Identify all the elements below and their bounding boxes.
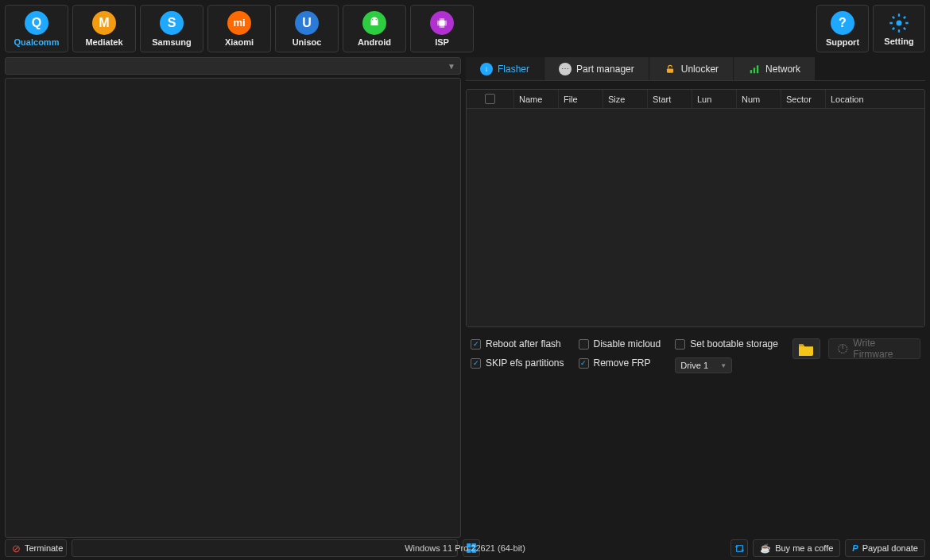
reboot-after-flash-checkbox[interactable]: Reboot after flash: [471, 338, 564, 350]
col-start[interactable]: Start: [648, 90, 692, 108]
checkbox-icon: [579, 358, 589, 369]
drive-select[interactable]: Drive 1 ▼: [675, 357, 732, 373]
table-body: [467, 109, 924, 326]
remove-frp-checkbox[interactable]: Remove FRP: [579, 357, 661, 369]
qualcomm-icon: Q: [25, 11, 48, 35]
right-tabs: ↓ Flasher ⋯ Part manager Unlocker: [466, 57, 925, 81]
unisoc-icon: U: [295, 11, 319, 35]
header-checkbox-col: [467, 90, 514, 108]
set-bootable-checkbox[interactable]: Set bootable storage: [675, 338, 778, 350]
device-select-dropdown[interactable]: ▼: [5, 57, 461, 75]
col-size[interactable]: Size: [603, 90, 648, 108]
brand-label: Android: [358, 37, 391, 47]
brand-qualcomm[interactable]: Q Qualcomm: [5, 5, 68, 52]
power-icon: [837, 342, 849, 355]
tab-network[interactable]: Network: [734, 57, 816, 80]
table-header: Name File Size Start Lun Num Sector Loca…: [467, 90, 924, 109]
terminate-label: Terminate: [25, 543, 63, 553]
coffee-icon: ☕: [760, 543, 771, 554]
svg-rect-17: [750, 70, 752, 73]
android-icon: [362, 11, 386, 35]
buy-coffee-button[interactable]: ☕ Buy me a coffe: [753, 539, 840, 557]
svg-point-0: [372, 18, 374, 20]
coffee-label: Buy me a coffe: [775, 543, 833, 553]
help-icon: ?: [831, 11, 854, 35]
brand-samsung[interactable]: S Samsung: [140, 5, 203, 52]
checkbox-icon: [579, 339, 589, 350]
flash-options: Reboot after flash SKIP efs partitions D…: [466, 330, 925, 375]
svg-rect-22: [467, 543, 471, 547]
svg-point-15: [897, 20, 902, 25]
unlock-icon: [664, 63, 676, 75]
browse-firmware-button[interactable]: [792, 338, 820, 359]
signal-icon: [748, 63, 761, 75]
svg-rect-24: [467, 549, 471, 553]
tab-unlocker[interactable]: Unlocker: [649, 57, 734, 80]
col-lun[interactable]: Lun: [692, 90, 737, 108]
mediatek-icon: M: [92, 11, 116, 35]
util-label: Support: [826, 37, 859, 47]
tab-label: Unlocker: [681, 64, 719, 75]
brand-unisoc[interactable]: U Unisoc: [275, 5, 339, 52]
status-bar: ⊘ Terminate Windows 11 Pro 22621 (64-bit…: [0, 539, 930, 560]
col-num[interactable]: Num: [737, 90, 781, 108]
gear-icon: [888, 12, 910, 34]
partition-table: Name File Size Start Lun Num Sector Loca…: [466, 89, 925, 327]
paypal-icon: P: [852, 543, 858, 553]
tab-label: Network: [765, 64, 800, 75]
write-firmware-button: Write Firmware: [828, 338, 920, 359]
brand-xiaomi[interactable]: mi Xiaomi: [207, 5, 271, 52]
option-label: Remove FRP: [594, 357, 651, 369]
option-label: SKIP efs partitions: [486, 357, 564, 369]
crop-icon: [734, 543, 745, 554]
svg-rect-25: [472, 549, 476, 553]
brand-mediatek[interactable]: M Mediatek: [72, 5, 136, 52]
xiaomi-icon: mi: [227, 11, 251, 35]
status-input[interactable]: [72, 539, 458, 557]
screenshot-button[interactable]: [730, 539, 748, 557]
drive-value: Drive 1: [680, 361, 708, 370]
dots-icon: ⋯: [559, 63, 572, 75]
col-sector[interactable]: Sector: [781, 90, 826, 108]
brand-label: ISP: [435, 37, 449, 47]
disable-micloud-checkbox[interactable]: Disable micloud: [579, 338, 661, 350]
tab-part-manager[interactable]: ⋯ Part manager: [544, 57, 649, 80]
brand-label: Samsung: [152, 37, 192, 47]
svg-rect-2: [439, 20, 445, 26]
svg-rect-16: [667, 68, 673, 72]
checkbox-icon: [471, 358, 481, 369]
terminate-button[interactable]: ⊘ Terminate: [5, 539, 67, 557]
svg-point-1: [376, 18, 378, 20]
option-label: Disable micloud: [594, 338, 661, 350]
log-panel: [5, 78, 461, 538]
folder-icon: [797, 342, 815, 356]
col-name[interactable]: Name: [514, 90, 559, 108]
paypal-donate-button[interactable]: P Paypal donate: [845, 539, 925, 557]
samsung-icon: S: [160, 11, 184, 35]
windows-icon: [466, 543, 477, 554]
tab-flasher[interactable]: ↓ Flasher: [466, 57, 544, 80]
stop-icon: ⊘: [12, 543, 21, 554]
util-label: Setting: [884, 37, 913, 46]
brand-toolbar: Q Qualcomm M Mediatek S Samsung mi Xiaom…: [0, 0, 930, 57]
svg-rect-23: [472, 543, 476, 547]
brand-isp[interactable]: ISP: [410, 5, 474, 52]
write-firmware-label: Write Firmware: [853, 338, 912, 360]
windows-button[interactable]: [463, 539, 480, 557]
brand-label: Unisoc: [293, 37, 322, 47]
paypal-label: Paypal donate: [862, 543, 918, 553]
setting-button[interactable]: Setting: [873, 5, 925, 52]
brand-label: Mediatek: [85, 37, 122, 47]
col-file[interactable]: File: [559, 90, 603, 108]
option-label: Set bootable storage: [690, 338, 778, 350]
brand-label: Qualcomm: [14, 37, 60, 47]
isp-icon: [430, 11, 454, 35]
skip-efs-checkbox[interactable]: SKIP efs partitions: [471, 357, 564, 369]
option-label: Reboot after flash: [486, 338, 561, 350]
support-button[interactable]: ? Support: [816, 5, 869, 52]
select-all-checkbox[interactable]: [485, 94, 495, 104]
brand-android[interactable]: Android: [343, 5, 406, 52]
tab-label: Flasher: [498, 64, 529, 75]
svg-rect-18: [754, 68, 755, 73]
col-location[interactable]: Location: [826, 90, 924, 108]
